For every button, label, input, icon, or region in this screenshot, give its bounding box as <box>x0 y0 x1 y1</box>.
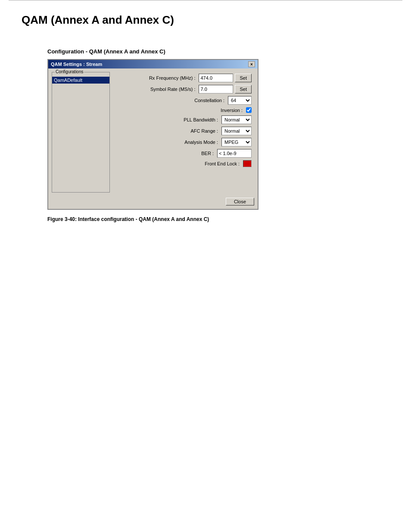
front-end-lock-indicator <box>243 160 252 167</box>
figure-caption: Figure 3-40: Interface configuration - Q… <box>47 216 389 222</box>
dialog-body: Configurations QamADefault Rx Frequency … <box>48 68 258 196</box>
dialog-footer: Close <box>48 196 258 209</box>
front-end-lock-row: Front End Lock : <box>116 160 252 167</box>
ber-row: BER : < 1.0e-9 <box>116 149 252 158</box>
constellation-label: Constellation : <box>164 98 224 103</box>
page-title: QAM (Annex A and Annex C) <box>22 13 389 27</box>
ber-value: < 1.0e-9 <box>217 149 252 158</box>
dialog-close-icon[interactable]: × <box>248 61 255 67</box>
afc-range-row: AFC Range : Normal Wide Narrow <box>116 127 252 135</box>
rx-frequency-set-button[interactable]: Set <box>235 74 252 82</box>
figure-label: Configuration - QAM (Annex A and Annex C… <box>47 48 389 55</box>
inversion-checkbox[interactable] <box>246 107 252 113</box>
inversion-label: Inversion : <box>182 108 243 113</box>
symbol-rate-set-button[interactable]: Set <box>235 85 252 93</box>
rx-frequency-row: Rx Frequency (MHz) : Set <box>116 74 252 82</box>
rx-frequency-label: Rx Frequency (MHz) : <box>135 75 195 81</box>
analysis-mode-label: Analysis Mode : <box>158 140 218 145</box>
afc-range-select[interactable]: Normal Wide Narrow <box>221 127 252 135</box>
symbol-rate-label: Symbol Rate (MS/s) : <box>135 87 195 92</box>
config-item-qam[interactable]: QamADefault <box>52 77 109 84</box>
symbol-rate-row: Symbol Rate (MS/s) : Set <box>116 85 252 93</box>
figure-wrapper: QAM Settings : Stream × Configurations Q… <box>47 59 389 210</box>
qam-settings-dialog: QAM Settings : Stream × Configurations Q… <box>47 59 258 210</box>
analysis-mode-row: Analysis Mode : MPEG DVB <box>116 138 252 146</box>
dialog-titlebar: QAM Settings : Stream × <box>48 60 258 68</box>
front-end-lock-label: Front End Lock : <box>179 161 240 166</box>
symbol-rate-input[interactable] <box>199 85 233 93</box>
ber-label: BER : <box>153 151 214 156</box>
inversion-row: Inversion : <box>116 107 252 113</box>
constellation-row: Constellation : 16 32 64 128 256 <box>116 96 252 105</box>
page-content: QAM (Annex A and Annex C) Configuration … <box>0 0 411 240</box>
dialog-title: QAM Settings : Stream <box>51 62 102 67</box>
rx-frequency-input[interactable] <box>199 74 233 82</box>
close-button[interactable]: Close <box>226 198 254 205</box>
pll-bandwidth-select[interactable]: Normal Wide Narrow <box>221 115 252 124</box>
constellation-select[interactable]: 16 32 64 128 256 <box>228 96 252 105</box>
analysis-mode-select[interactable]: MPEG DVB <box>221 138 252 146</box>
form-area: Rx Frequency (MHz) : Set Symbol Rate (MS… <box>113 72 254 193</box>
configurations-panel: Configurations QamADefault <box>52 72 110 193</box>
afc-range-label: AFC Range : <box>158 128 218 134</box>
pll-bandwidth-row: PLL Bandwidth : Normal Wide Narrow <box>116 115 252 124</box>
pll-bandwidth-label: PLL Bandwidth : <box>158 117 218 122</box>
configurations-legend: Configurations <box>55 69 84 74</box>
